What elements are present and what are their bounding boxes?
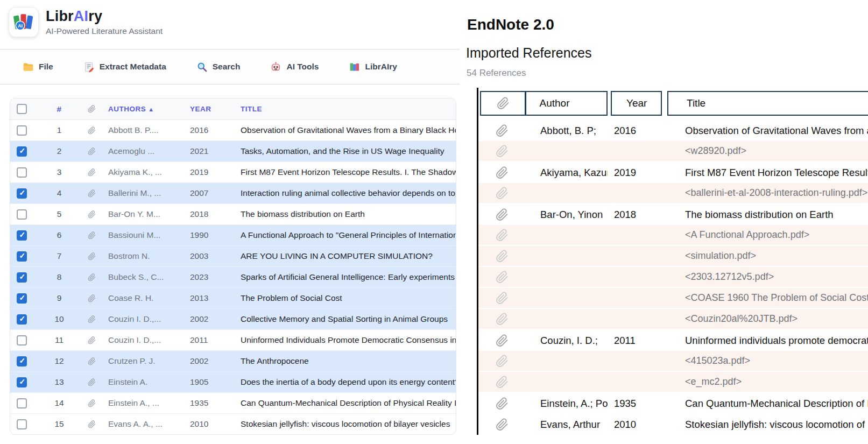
menu-item-extract-metadata[interactable]: Extract Metadata bbox=[83, 61, 166, 73]
table-row[interactable]: 6 Bassiouni M... 1990 A Functional Appro… bbox=[10, 225, 456, 246]
table-row[interactable]: 7 Bostrom N. 2003 ARE YOU LIVING IN A CO… bbox=[10, 246, 456, 267]
row-title: <A Functional Approach.pdf> bbox=[668, 229, 868, 241]
paperclip-icon bbox=[496, 313, 509, 326]
app-subtitle: AI-Powered Literature Assistant bbox=[46, 26, 163, 36]
imported-references-table: Author Year Title Abbott, B. P; 2016 Obs… bbox=[477, 88, 868, 435]
table-row[interactable]: 14 Einstein A., ... 1935 Can Quantum-Mec… bbox=[10, 393, 456, 414]
menu-item-search[interactable]: Search bbox=[196, 61, 241, 73]
column-header-year[interactable]: YEAR bbox=[190, 105, 241, 113]
menu-item-label: File bbox=[39, 62, 53, 72]
row-title: Observation of Gravitational Waves from … bbox=[241, 125, 456, 135]
row-number: 10 bbox=[44, 314, 75, 324]
row-year: 2011 bbox=[190, 335, 241, 345]
table-row[interactable]: Abbott, B. P; 2016 Observation of Gravit… bbox=[478, 120, 868, 141]
row-title: Stokesian jellyfish: viscous locomotion … bbox=[241, 419, 456, 429]
select-all-checkbox[interactable] bbox=[17, 104, 27, 114]
sort-ascending-icon: ▲ bbox=[148, 106, 154, 112]
table-row[interactable]: Couzin, I. D.; 2011 Uninformed individua… bbox=[478, 330, 868, 351]
row-title: The biomass distribution on Earth bbox=[241, 209, 456, 219]
table-row[interactable]: 11 Couzin I. D.,... 2011 Uninformed Indi… bbox=[10, 330, 456, 351]
row-title: <ballerini-et-al-2008-interaction-ruling… bbox=[668, 187, 868, 199]
table-row[interactable]: <COASE 1960 The Problem of Social Cost.p… bbox=[478, 288, 868, 309]
row-checkbox[interactable] bbox=[17, 419, 27, 429]
table-row[interactable]: 8 Bubeck S., C... 2023 Sparks of Artific… bbox=[10, 267, 456, 288]
table-row[interactable]: Bar-On, Yinon 2018 The biomass distribut… bbox=[478, 204, 868, 225]
table-row[interactable]: Einstein, A.; Po 1935 Can Quantum-Mechan… bbox=[478, 393, 868, 414]
paperclip-icon bbox=[496, 229, 509, 242]
row-number: 6 bbox=[44, 230, 75, 240]
search-icon bbox=[196, 61, 208, 73]
app-title: LibrAIry bbox=[46, 8, 163, 25]
row-year: 2002 bbox=[190, 356, 241, 366]
paperclip-icon bbox=[88, 294, 96, 302]
table-row[interactable]: 12 Crutzen P. J. 2002 The Anthropocene bbox=[10, 351, 456, 372]
table-row[interactable]: 3 Akiyama K., ... 2019 First M87 Event H… bbox=[10, 162, 456, 183]
table-row[interactable]: 15 Evans A. A., ... 2010 Stokesian jelly… bbox=[10, 414, 456, 435]
column-header-attachment[interactable] bbox=[75, 105, 108, 113]
table-row[interactable]: 2 Acemoglu ... 2021 Tasks, Automation, a… bbox=[10, 141, 456, 162]
table-row[interactable]: <w28920.pdf> bbox=[478, 141, 868, 162]
table-row[interactable]: 10 Couzin I. D.,... 2002 Collective Memo… bbox=[10, 309, 456, 330]
row-checkbox[interactable] bbox=[17, 146, 27, 157]
table-row[interactable]: <2303.12712v5.pdf> bbox=[478, 267, 868, 288]
paperclip-icon bbox=[496, 418, 509, 431]
column-header-year[interactable]: Year bbox=[611, 91, 662, 116]
column-header-title[interactable]: Title bbox=[667, 91, 868, 116]
endnote-panel: EndNote 2.0 Imported References 54 Refer… bbox=[463, 0, 868, 444]
paperclip-icon bbox=[88, 168, 96, 177]
table-row[interactable]: <ballerini-et-al-2008-interaction-ruling… bbox=[478, 183, 868, 204]
paperclip-icon bbox=[88, 231, 96, 239]
row-checkbox[interactable] bbox=[17, 314, 27, 325]
table-row[interactable]: 4 Ballerini M., ... 2007 Interaction rul… bbox=[10, 183, 456, 204]
column-header-title[interactable]: TITLE bbox=[241, 105, 456, 113]
row-number: 9 bbox=[44, 293, 75, 303]
table-row[interactable]: 1 Abbott B. P.... 2016 Observation of Gr… bbox=[10, 120, 456, 141]
column-header-number[interactable]: # bbox=[44, 104, 75, 114]
row-checkbox[interactable] bbox=[17, 272, 27, 283]
row-title: Does the inertia of a body depend upon i… bbox=[241, 377, 456, 387]
table-row[interactable]: 5 Bar-On Y. M... 2018 The biomass distri… bbox=[10, 204, 456, 225]
row-title: Interaction ruling animal collective beh… bbox=[241, 188, 456, 198]
column-header-attachment[interactable] bbox=[481, 92, 525, 115]
row-authors: Einstein A. bbox=[108, 377, 190, 387]
row-checkbox[interactable] bbox=[17, 209, 27, 220]
row-checkbox[interactable] bbox=[17, 293, 27, 304]
paperclip-icon bbox=[496, 292, 509, 305]
row-author: Evans, Arthur bbox=[526, 419, 608, 431]
books-icon bbox=[349, 61, 360, 73]
reference-count: 54 References bbox=[467, 68, 526, 79]
table-row[interactable]: Akiyama, Kazunori 2019 First M87 Event H… bbox=[478, 162, 868, 183]
row-checkbox[interactable] bbox=[17, 230, 27, 241]
row-checkbox[interactable] bbox=[17, 125, 27, 136]
row-year: 1935 bbox=[190, 398, 241, 408]
menu-item-ai-tools[interactable]: AI Tools bbox=[270, 61, 319, 73]
paperclip-icon bbox=[496, 397, 509, 410]
row-author: Einstein, A.; Po bbox=[526, 398, 608, 410]
row-checkbox[interactable] bbox=[17, 398, 27, 408]
table-row[interactable]: <A Functional Approach.pdf> bbox=[478, 225, 868, 246]
table-row[interactable]: <415023a.pdf> bbox=[478, 351, 868, 372]
row-number: 13 bbox=[44, 377, 75, 387]
menu-item-librairy[interactable]: LibrAIry bbox=[349, 61, 397, 73]
column-header-author[interactable]: Author bbox=[526, 97, 570, 109]
menu-item-file[interactable]: File bbox=[23, 61, 53, 73]
row-title: <COASE 1960 The Problem of Social Cost.p… bbox=[668, 292, 868, 304]
page-title: EndNote 2.0 bbox=[467, 16, 554, 33]
table-row[interactable]: 13 Einstein A. 1905 Does the inertia of … bbox=[10, 372, 456, 393]
table-row[interactable]: <e_mc2.pdf> bbox=[478, 372, 868, 393]
table-row[interactable]: Evans, Arthur 2010 Stokesian jellyfish: … bbox=[478, 414, 868, 435]
row-checkbox[interactable] bbox=[17, 335, 27, 346]
row-checkbox[interactable] bbox=[17, 377, 27, 387]
row-year: 1990 bbox=[190, 230, 241, 240]
row-checkbox[interactable] bbox=[17, 251, 27, 262]
table-row[interactable]: <Couzin20al%20JTB.pdf> bbox=[478, 309, 868, 330]
column-header-authors[interactable]: AUTHORS▲ bbox=[108, 105, 190, 113]
row-checkbox[interactable] bbox=[17, 356, 27, 367]
paperclip-icon bbox=[88, 399, 96, 407]
table-row[interactable]: 9 Coase R. H. 2013 The Problem of Social… bbox=[10, 288, 456, 309]
row-year: 2013 bbox=[190, 293, 241, 303]
row-checkbox[interactable] bbox=[17, 167, 27, 178]
paperclip-icon bbox=[88, 189, 96, 198]
table-row[interactable]: <simulation.pdf> bbox=[478, 246, 868, 267]
row-checkbox[interactable] bbox=[17, 188, 27, 199]
